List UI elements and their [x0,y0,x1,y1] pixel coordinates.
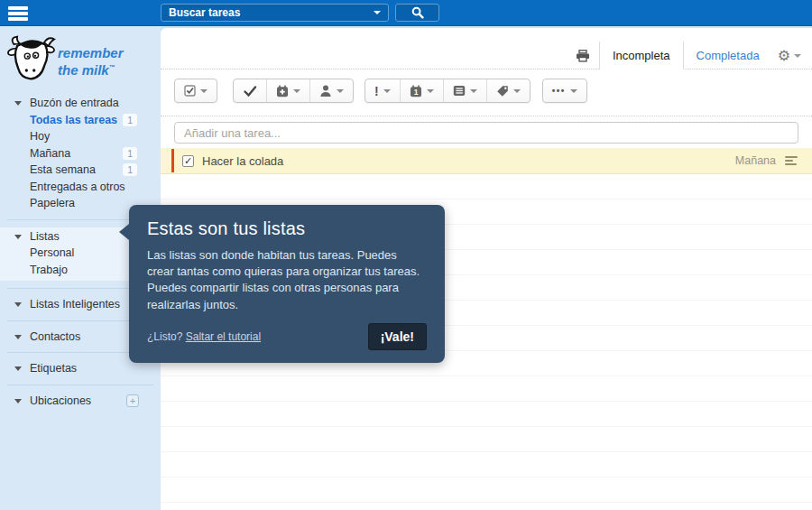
printer-icon [576,50,590,62]
chevron-down-icon[interactable] [14,399,22,403]
chevron-down-icon [570,89,577,93]
complete-button[interactable] [234,79,266,102]
sidebar-divider [7,385,153,385]
duedate-button[interactable]: 1 [400,79,443,102]
notes-icon[interactable] [785,154,798,167]
more-actions-button[interactable]: ••• [543,79,586,102]
tag-icon [496,85,509,97]
ellipsis-icon: ••• [552,86,566,96]
print-button[interactable] [576,50,590,62]
sidebar-item-tags[interactable]: Etiquetas [0,360,161,377]
chevron-down-icon [513,89,521,93]
checkbox-check-icon [184,85,196,97]
chevron-down-icon [383,89,391,93]
exclamation-icon: ! [374,84,379,98]
logo-wordmark: remember the milk™ [58,46,124,78]
task-due-date: Mañana [735,154,776,167]
sidebar-item-given-to-others[interactable]: Entregadas a otros [0,179,161,196]
chevron-down-icon [794,54,801,58]
chevron-down-icon[interactable] [374,11,381,14]
chevron-down-icon[interactable] [14,366,22,371]
assign-button[interactable] [309,79,353,102]
calendar-plus-icon [276,85,289,97]
empty-row [161,427,812,452]
tooltip-arrow [119,224,129,240]
check-icon [243,85,257,97]
chevron-down-icon[interactable] [14,235,22,239]
tutorial-tooltip: Estas son tus listas Las listas son dond… [129,205,445,363]
search-icon [411,6,424,19]
app-logo[interactable]: remember the milk™ [5,32,124,84]
chevron-down-icon [200,89,208,93]
menu-icon[interactable] [8,6,28,23]
count-badge: 1 [123,163,137,176]
add-location-button[interactable]: + [126,394,139,407]
tab-incomplete[interactable]: Incompleta [599,42,684,70]
calendar-day-icon: 1 [410,85,422,97]
skip-tutorial: ¿Listo? Saltar el tutorial [147,330,261,343]
skip-tutorial-link[interactable]: Saltar el tutorial [186,330,261,343]
task-title: Hacer la colada [202,154,283,168]
list-header: Incompleta Completada ⚙ [161,28,812,70]
tooltip-body: Las listas son donde habitan tus tareas.… [147,247,427,313]
search-scope-label: Buscar tareas [169,6,240,19]
chevron-down-icon [470,89,477,93]
count-badge: 1 [123,114,137,126]
svg-text:1: 1 [413,88,418,97]
tooltip-title: Estas son tus listas [147,218,427,239]
chevron-down-icon [427,89,434,93]
search-input[interactable]: Buscar tareas [161,4,389,22]
chevron-down-icon[interactable] [14,101,22,106]
person-icon [319,85,332,97]
empty-row [161,402,812,427]
empty-row [161,478,812,503]
chevron-down-icon [337,89,344,93]
search-button[interactable] [395,4,439,22]
top-bar: Buscar tareas [0,0,812,26]
task-checkbox[interactable]: ✓ [182,155,194,167]
task-row[interactable]: ✓ Hacer la colada Mañana [161,148,812,174]
move-to-list-button[interactable] [443,79,486,102]
cow-logo-icon [5,32,56,84]
chevron-down-icon[interactable] [14,335,22,339]
priority-bar [171,149,174,172]
chevron-down-icon[interactable] [14,302,22,307]
trademark: ™ [109,64,115,70]
sidebar-item-tomorrow[interactable]: Mañana 1 [0,145,161,162]
sidebar-item-inbox[interactable]: Buzón de entrada [0,95,161,112]
sidebar-item-today[interactable]: Hoy [0,128,161,145]
count-badge: 1 [123,147,137,160]
settings-button[interactable]: ⚙ [778,49,801,63]
gear-icon: ⚙ [778,49,790,63]
chevron-down-icon [293,89,300,93]
empty-row [161,376,812,402]
ready-label: ¿Listo? [147,330,182,343]
toolbar-separator [161,116,812,116]
ok-button[interactable]: ¡Vale! [368,323,427,350]
postpone-button[interactable] [266,79,309,102]
sidebar-item-all-tasks[interactable]: Todas las tareas 1 [0,112,161,129]
tag-button[interactable] [486,79,530,102]
sidebar-item-locations[interactable]: Ubicaciones + [0,393,161,410]
priority-button[interactable]: ! [365,79,400,102]
select-tasks-dropdown-button[interactable] [175,79,217,102]
list-icon [453,85,466,97]
empty-row [161,174,812,199]
empty-row [161,452,812,478]
task-toolbar: ! 1 [161,70,812,103]
add-task-input[interactable] [174,122,798,144]
tab-complete[interactable]: Completada [684,42,772,70]
sidebar-item-this-week[interactable]: Esta semana 1 [0,162,161,179]
